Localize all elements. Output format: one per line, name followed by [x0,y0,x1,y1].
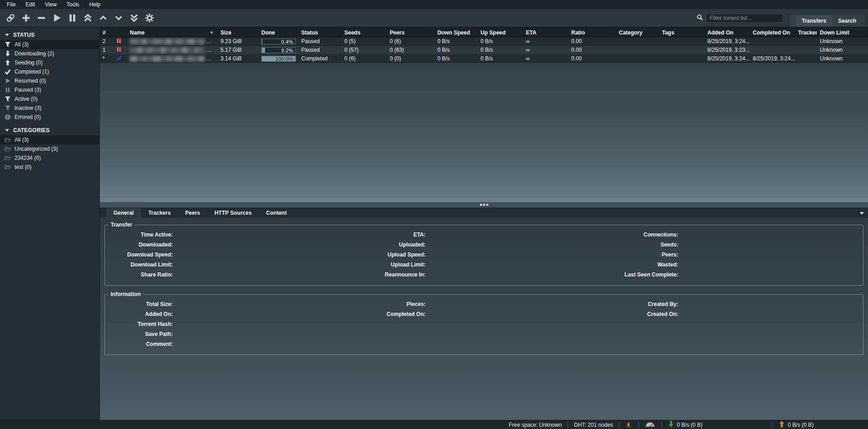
sidebar-item-downloading-2[interactable]: Downloading (2) [0,49,99,58]
torrent-row[interactable]: 1…5.17 GiB9.2%Paused0 (57)0 (63)0 B/s0 B… [100,46,868,54]
dht-nodes-label: DHT: 201 nodes [574,422,613,428]
column-header-down-limit[interactable]: Down Limit [817,27,868,37]
connection-status-icon [625,420,633,429]
column-header-completed-on[interactable]: Completed On [750,27,795,37]
cell-status: Paused [299,37,342,45]
detail-label-time-active: Time Active: [141,232,173,238]
sidebar-item-paused-3[interactable]: Paused (3) [0,85,99,94]
splitter-handle-icon [480,204,482,206]
column-header-peers[interactable]: Peers [387,27,435,37]
status-section-header[interactable]: STATUS [0,30,99,40]
column-header-category[interactable]: Category [616,27,659,37]
column-label: Peers [390,30,405,36]
top-priority-icon[interactable] [81,11,94,25]
paused-state-icon [116,38,122,45]
column-header-[interactable]: # [100,27,113,37]
sidebar-item-completed-1[interactable]: Completed (1) [0,67,99,76]
tab-http-sources[interactable]: HTTP Sources [207,208,259,218]
column-header-tracker[interactable]: Tracker [795,27,817,37]
tab-trackers[interactable]: Trackers [141,208,178,218]
column-header-added-on[interactable]: Added On [705,27,750,37]
sidebar-item-errored-0[interactable]: Errored (0) [0,113,99,122]
column-header-ratio[interactable]: Ratio [569,27,616,37]
download-arrow-icon [668,420,674,429]
sidebar-item-inactive-3[interactable]: Inactive (3) [0,104,99,113]
cell-status: Completed [299,54,342,63]
decrease-priority-icon[interactable] [112,11,125,25]
cell-tags [659,37,705,45]
column-header-state-icon[interactable] [113,27,127,37]
column-header-seeds[interactable]: Seeds [342,27,387,37]
horizontal-scrollbar[interactable] [100,197,868,202]
details-tab-bar: GeneralTrackersPeersHTTP SourcesContent [100,207,868,218]
column-header-tags[interactable]: Tags [659,27,705,37]
sidebar-category-234234-0[interactable]: 234234 (0) [0,153,99,163]
collapse-triangle-icon [5,127,10,133]
torrent-row[interactable]: 2…9.23 GiB0.4%Paused0 (5)0 (6)0 B/s0 B/s… [100,37,868,46]
search-icon [696,14,703,22]
completed-check-icon [116,55,122,62]
tab-search[interactable]: Search [832,15,862,26]
increase-priority-icon[interactable] [96,11,110,25]
category-label: Uncategorized (3) [15,146,58,152]
link-icon[interactable] [4,11,17,25]
torrent-table-header: #Name▼SizeDoneStatusSeedsPeersDown Speed… [100,27,868,37]
download-speed-group: 0 B/s (0 B) [668,420,703,429]
resume-icon[interactable] [50,11,64,25]
column-header-status[interactable]: Status [299,27,342,37]
column-header-up-speed[interactable]: Up Speed [478,27,523,37]
sidebar-item-active-0[interactable]: Active (0) [0,94,99,104]
menu-item-tools[interactable]: Tools [62,0,84,9]
torrent-list: #Name▼SizeDoneStatusSeedsPeersDown Speed… [100,27,868,202]
detail-label-connections: Connections: [643,232,678,238]
options-gear-icon[interactable] [142,11,156,25]
sidebar-item-resumed-0[interactable]: Resumed (0) [0,76,99,85]
menu-item-help[interactable]: Help [84,0,106,9]
cell-tracker [795,46,817,54]
column-header-name[interactable]: Name▼ [127,27,218,37]
chevron-down-icon[interactable] [859,210,864,217]
cell-name: … [127,46,218,54]
categories-section-header[interactable]: CATEGORIES [0,125,99,135]
pause-icon[interactable] [65,11,79,25]
cell-up-speed: 0 B/s [478,54,523,63]
sidebar-item-all-3[interactable]: All (3) [0,40,99,49]
tab-general[interactable]: General [106,208,141,218]
sidebar-category-test-0[interactable]: test (0) [0,163,99,172]
redacted-torrent-name [130,56,205,62]
column-header-eta[interactable]: ETA [523,27,569,37]
arrow-up-icon [5,59,11,66]
column-header-done[interactable]: Done [259,27,299,37]
tab-peers[interactable]: Peers [178,208,207,218]
global-upload-speed: 0 B/s (0 B) [788,422,814,428]
cell-state [113,46,127,54]
sidebar-item-seeding-0[interactable]: Seeding (0) [0,58,99,67]
detail-label-pieces: Pieces: [407,301,426,307]
column-label: Tags [662,30,674,36]
delete-icon[interactable] [34,11,48,25]
filter-torrent-input[interactable] [706,14,783,23]
bottom-priority-icon[interactable] [127,11,141,25]
detail-label-added-on: Added On: [145,311,173,317]
cell-down-limit: Unknown [817,54,868,63]
menu-item-view[interactable]: View [40,0,62,9]
cell-state [113,54,127,63]
torrent-row[interactable]: *…3.14 GiB100.0%Completed0 (6)0 (0)0 B/s… [100,54,868,63]
detail-label-seeds: Seeds: [661,242,678,248]
pane-splitter[interactable] [100,202,868,207]
sidebar-category-uncategorized-3[interactable]: Uncategorized (3) [0,144,99,153]
tab-content[interactable]: Content [259,208,294,218]
column-header-size[interactable]: Size [218,27,259,37]
view-tabs: TransfersSearch [790,15,864,27]
column-label: Completed On [753,30,790,36]
column-header-down-speed[interactable]: Down Speed [435,27,478,37]
alternative-speed-limits-icon[interactable] [645,420,655,429]
add-torrent-icon[interactable] [19,11,33,25]
cell-up-speed: 0 B/s [478,37,523,45]
menu-item-file[interactable]: File [2,0,20,9]
sidebar-category-all-3[interactable]: All (3) [0,135,99,144]
menu-item-edit[interactable]: Edit [20,0,40,9]
cell-ratio: 0.00 [569,46,616,54]
tab-transfers[interactable]: Transfers [796,15,832,26]
detail-label-download-speed: Download Speed: [127,251,173,258]
